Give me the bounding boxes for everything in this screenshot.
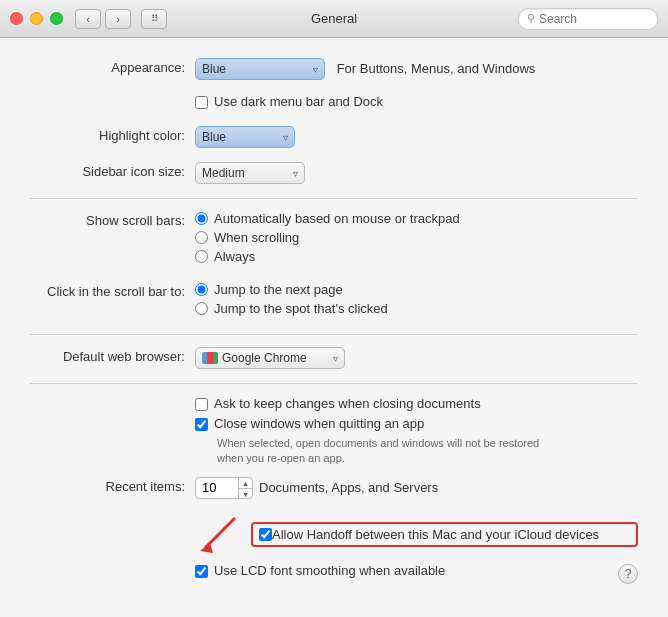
click-scroll-spot-label: Jump to the spot that's clicked	[214, 301, 388, 316]
scroll-radio-auto-input[interactable]	[195, 212, 208, 225]
default-browser-dropdown[interactable]: Google Chrome ▿	[195, 347, 345, 369]
sidebar-icon-size-row: Sidebar icon size: Medium ▿	[30, 162, 638, 184]
scroll-radio-always-input[interactable]	[195, 250, 208, 263]
close-windows-section: Close windows when quitting an app When …	[195, 416, 638, 467]
scroll-radio-auto-label: Automatically based on mouse or trackpad	[214, 211, 460, 226]
divider-1	[30, 198, 638, 199]
dark-menu-bar-label: Use dark menu bar and Dock	[214, 94, 383, 109]
scroll-radio-auto: Automatically based on mouse or trackpad	[195, 211, 638, 226]
recent-items-controls: 10 ▲ ▼ Documents, Apps, and Servers	[195, 477, 638, 499]
search-icon: ⚲	[527, 12, 535, 25]
titlebar: ‹ › ⠿ General ⚲	[0, 0, 668, 38]
click-scroll-radio-spot: Jump to the spot that's clicked	[195, 301, 638, 316]
window-title: General	[311, 11, 357, 26]
highlight-color-controls: Blue ▿	[195, 126, 638, 148]
close-windows-label: Close windows when quitting an app	[214, 416, 424, 431]
appearance-dropdown-arrow: ▿	[305, 64, 318, 75]
default-browser-value: Google Chrome	[222, 351, 307, 365]
ask-keep-changes-row: Ask to keep changes when closing documen…	[30, 396, 638, 416]
back-button[interactable]: ‹	[75, 9, 101, 29]
help-button[interactable]: ?	[618, 564, 638, 584]
click-scroll-row: Click in the scroll bar to: Jump to the …	[30, 282, 638, 320]
click-scroll-radio-spot-input[interactable]	[195, 302, 208, 315]
show-scroll-bars-row: Show scroll bars: Automatically based on…	[30, 211, 638, 268]
stepper-arrows: ▲ ▼	[238, 478, 252, 499]
allow-handoff-label: Allow Handoff between this Mac and your …	[272, 527, 599, 542]
preferences-content: Appearance: Blue ▿ For Buttons, Menus, a…	[0, 38, 668, 617]
appearance-row: Appearance: Blue ▿ For Buttons, Menus, a…	[30, 58, 638, 80]
allow-handoff-section: Allow Handoff between this Mac and your …	[195, 513, 638, 556]
click-scroll-controls: Jump to the next page Jump to the spot t…	[195, 282, 638, 320]
highlight-color-row: Highlight color: Blue ▿	[30, 126, 638, 148]
highlight-color-label: Highlight color:	[30, 126, 195, 143]
highlight-dropdown-arrow: ▿	[275, 132, 288, 143]
scroll-radio-always: Always	[195, 249, 638, 264]
search-box[interactable]: ⚲	[518, 8, 658, 30]
ask-keep-changes-checkbox[interactable]	[195, 398, 208, 411]
recent-items-row: Recent items: 10 ▲ ▼ Documents, Apps, an…	[30, 477, 638, 499]
recent-items-value: 10	[196, 478, 238, 498]
recent-items-label: Recent items:	[30, 477, 195, 494]
browser-dropdown-arrow: ▿	[325, 353, 338, 364]
dark-menu-bar-checkbox-row: Use dark menu bar and Dock	[195, 94, 383, 109]
search-input[interactable]	[539, 12, 649, 26]
dark-menu-bar-row: Use dark menu bar and Dock	[30, 94, 638, 114]
click-scroll-next-label: Jump to the next page	[214, 282, 343, 297]
default-browser-controls: Google Chrome ▿	[195, 347, 638, 369]
allow-handoff-checkbox[interactable]	[259, 528, 272, 541]
allow-handoff-highlight: Allow Handoff between this Mac and your …	[251, 522, 638, 547]
sidebar-icon-size-arrow: ▿	[285, 168, 298, 179]
allow-handoff-row: Allow Handoff between this Mac and your …	[30, 513, 638, 556]
appearance-controls: Blue ▿ For Buttons, Menus, and Windows	[195, 58, 638, 80]
click-scroll-radio-next: Jump to the next page	[195, 282, 638, 297]
stepper-up[interactable]: ▲	[239, 478, 252, 489]
close-windows-note: When selected, open documents and window…	[217, 436, 557, 467]
click-scroll-radio-next-input[interactable]	[195, 283, 208, 296]
appearance-dropdown[interactable]: Blue ▿	[195, 58, 325, 80]
recent-items-stepper-wrap: 10 ▲ ▼ Documents, Apps, and Servers	[195, 477, 638, 499]
default-browser-row: Default web browser: Google Chrome ▿	[30, 347, 638, 369]
default-browser-label: Default web browser:	[30, 347, 195, 364]
chrome-icon	[202, 352, 218, 364]
divider-2	[30, 334, 638, 335]
show-scroll-bars-controls: Automatically based on mouse or trackpad…	[195, 211, 638, 268]
highlight-color-value: Blue	[202, 130, 226, 144]
traffic-lights	[10, 12, 63, 25]
lcd-font-checkbox-row: Use LCD font smoothing when available	[195, 563, 445, 578]
lcd-font-checkbox[interactable]	[195, 565, 208, 578]
lcd-font-section: Use LCD font smoothing when available ?	[195, 562, 638, 584]
arrow-icon	[195, 513, 245, 553]
red-arrow-annotation	[195, 513, 245, 556]
divider-3	[30, 383, 638, 384]
scroll-radio-scrolling-input[interactable]	[195, 231, 208, 244]
sidebar-icon-size-controls: Medium ▿	[195, 162, 638, 184]
dark-menu-bar-checkbox[interactable]	[195, 96, 208, 109]
maximize-button[interactable]	[50, 12, 63, 25]
close-windows-row: Close windows when quitting an app When …	[30, 416, 638, 467]
recent-items-note: Documents, Apps, and Servers	[259, 480, 438, 495]
scroll-radio-scrolling-label: When scrolling	[214, 230, 299, 245]
forward-button[interactable]: ›	[105, 9, 131, 29]
appearance-note: For Buttons, Menus, and Windows	[337, 61, 536, 76]
scroll-radio-scrolling: When scrolling	[195, 230, 638, 245]
click-scroll-label: Click in the scroll bar to:	[30, 282, 195, 299]
minimize-button[interactable]	[30, 12, 43, 25]
stepper-down[interactable]: ▼	[239, 488, 252, 499]
appearance-value: Blue	[202, 62, 226, 76]
lcd-font-label: Use LCD font smoothing when available	[214, 563, 445, 578]
lcd-font-row: Use LCD font smoothing when available ?	[30, 562, 638, 584]
close-button[interactable]	[10, 12, 23, 25]
sidebar-icon-size-label: Sidebar icon size:	[30, 162, 195, 179]
nav-buttons: ‹ ›	[75, 9, 131, 29]
recent-items-stepper[interactable]: 10 ▲ ▼	[195, 477, 253, 499]
highlight-color-dropdown[interactable]: Blue ▿	[195, 126, 295, 148]
appearance-label: Appearance:	[30, 58, 195, 75]
sidebar-icon-size-value: Medium	[202, 166, 245, 180]
close-windows-checkbox[interactable]	[195, 418, 208, 431]
ask-keep-changes-label: Ask to keep changes when closing documen…	[214, 396, 481, 411]
grid-button[interactable]: ⠿	[141, 9, 167, 29]
close-windows-checkbox-row: Close windows when quitting an app	[195, 416, 638, 431]
scroll-radio-always-label: Always	[214, 249, 255, 264]
ask-keep-changes-checkbox-row: Ask to keep changes when closing documen…	[195, 396, 481, 411]
sidebar-icon-size-dropdown[interactable]: Medium ▿	[195, 162, 305, 184]
